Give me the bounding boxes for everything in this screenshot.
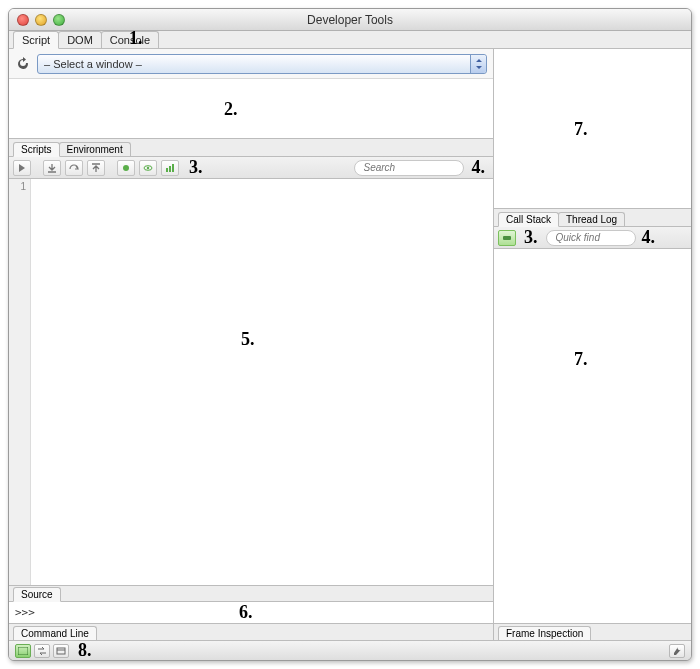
line-gutter: 1 xyxy=(9,179,31,585)
status-bar: 8. xyxy=(9,640,691,660)
command-prompt: >>> xyxy=(15,606,35,619)
profile-button[interactable] xyxy=(161,160,179,176)
source-editor[interactable]: 1 5. xyxy=(9,179,493,586)
debug-toolbar: 3. 4. xyxy=(9,157,493,179)
window-select-label: – Select a window – xyxy=(44,58,142,70)
tab-dom[interactable]: DOM xyxy=(58,31,102,48)
svg-rect-5 xyxy=(172,164,174,172)
frame-inspection-tabbar: Frame Inspection xyxy=(494,624,691,640)
tab-console[interactable]: Console xyxy=(101,31,159,48)
window-controls xyxy=(17,14,65,26)
step-out-icon xyxy=(91,163,101,173)
tab-scripts[interactable]: Scripts xyxy=(13,142,60,157)
left-column: – Select a window – 2. Scripts Environme… xyxy=(9,49,494,640)
svg-rect-8 xyxy=(503,236,511,240)
step-over-icon xyxy=(69,163,79,173)
search-field[interactable] xyxy=(354,160,464,176)
updown-arrows-icon xyxy=(475,59,483,69)
annotation-3-right: 3. xyxy=(524,227,538,248)
right-column: 7. Call Stack Thread Log 3. xyxy=(494,49,691,640)
annotation-7a: 7. xyxy=(574,119,588,140)
frame-inspection-pane: 7. xyxy=(494,249,691,624)
refresh-icon xyxy=(15,56,31,72)
tab-source[interactable]: Source xyxy=(13,587,61,602)
continue-button[interactable] xyxy=(13,160,31,176)
line-number-1: 1 xyxy=(13,181,26,192)
terminal-icon xyxy=(18,647,28,655)
scripts-environment-tabs: Scripts Environment xyxy=(9,139,493,157)
callstack-threadlog-tabs: Call Stack Thread Log xyxy=(494,209,691,227)
quick-find-field[interactable] xyxy=(546,230,636,246)
zoom-window-button[interactable] xyxy=(53,14,65,26)
eye-icon xyxy=(143,163,153,173)
tab-script[interactable]: Script xyxy=(13,31,59,49)
step-out-button[interactable] xyxy=(87,160,105,176)
tab-frame-inspection[interactable]: Frame Inspection xyxy=(498,626,591,640)
svg-rect-12 xyxy=(57,648,65,654)
tab-call-stack[interactable]: Call Stack xyxy=(498,212,559,227)
wrench-icon xyxy=(672,646,682,656)
annotation-8: 8. xyxy=(78,640,92,661)
upper-preview-pane: 2. xyxy=(9,79,493,139)
right-upper-pane: 7. xyxy=(494,49,691,209)
main-tabbar: Script DOM Console 1. xyxy=(9,31,691,49)
svg-rect-11 xyxy=(18,647,28,655)
step-into-button[interactable] xyxy=(43,160,61,176)
svg-rect-3 xyxy=(166,168,168,172)
profile-icon xyxy=(165,163,175,173)
body: – Select a window – 2. Scripts Environme… xyxy=(9,49,691,640)
annotation-5: 5. xyxy=(241,329,255,350)
step-over-button[interactable] xyxy=(65,160,83,176)
command-line[interactable]: >>> 6. xyxy=(9,602,493,624)
step-into-icon xyxy=(47,163,57,173)
window-select-bar: – Select a window – xyxy=(9,49,493,79)
watch-button[interactable] xyxy=(139,160,157,176)
svg-point-0 xyxy=(123,165,129,171)
stack-action-button[interactable] xyxy=(498,230,516,246)
window-select[interactable]: – Select a window – xyxy=(37,54,487,74)
command-line-tabbar: Command Line xyxy=(9,624,493,640)
annotation-3-left: 3. xyxy=(189,157,203,178)
close-window-button[interactable] xyxy=(17,14,29,26)
swap-icon xyxy=(37,647,47,655)
search-input[interactable] xyxy=(364,162,491,173)
source-text-area[interactable]: 5. xyxy=(31,179,493,585)
refresh-button[interactable] xyxy=(15,56,31,72)
tab-command-line[interactable]: Command Line xyxy=(13,626,97,640)
status-button-2[interactable] xyxy=(34,644,50,658)
window-title: Developer Tools xyxy=(9,13,691,27)
status-button-1[interactable] xyxy=(15,644,31,658)
annotation-2: 2. xyxy=(224,99,238,120)
annotation-7b: 7. xyxy=(574,349,588,370)
stackframe-icon xyxy=(502,233,512,243)
svg-rect-4 xyxy=(169,166,171,172)
tab-thread-log[interactable]: Thread Log xyxy=(558,212,625,226)
settings-button[interactable] xyxy=(669,644,685,658)
tab-environment[interactable]: Environment xyxy=(59,142,131,156)
titlebar: Developer Tools xyxy=(9,9,691,31)
source-tabbar: Source xyxy=(9,586,493,602)
panel-icon xyxy=(56,647,66,655)
breakpoint-button[interactable] xyxy=(117,160,135,176)
quick-find-input[interactable] xyxy=(556,232,683,243)
annotation-6: 6. xyxy=(239,602,253,623)
developer-tools-window: Developer Tools Script DOM Console 1. – … xyxy=(8,8,692,661)
play-icon xyxy=(17,163,27,173)
svg-point-2 xyxy=(147,166,149,168)
dropdown-endcap xyxy=(470,55,486,73)
bug-icon xyxy=(121,163,131,173)
callstack-toolbar: 3. 4. xyxy=(494,227,691,249)
status-button-3[interactable] xyxy=(53,644,69,658)
minimize-window-button[interactable] xyxy=(35,14,47,26)
